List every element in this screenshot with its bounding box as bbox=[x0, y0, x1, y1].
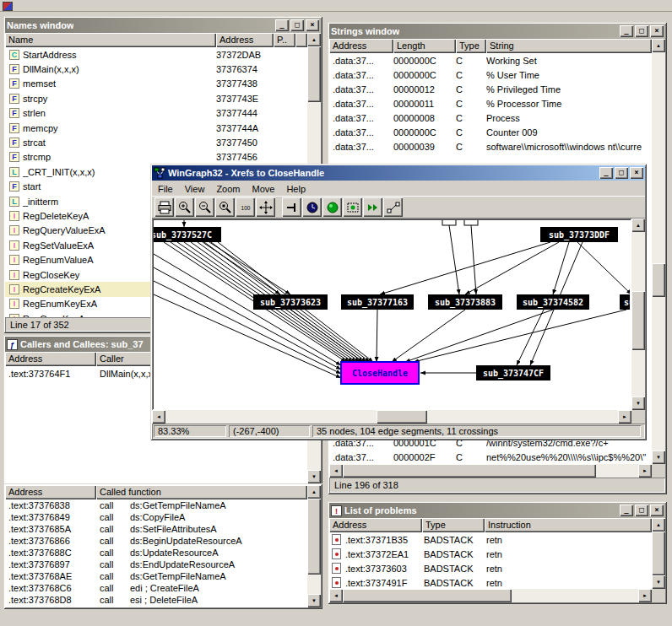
strings-horizontal-scrollbar[interactable]: ◄ ► bbox=[329, 464, 652, 478]
close-button[interactable]: × bbox=[306, 19, 319, 31]
scrollbar-thumb[interactable] bbox=[631, 291, 645, 350]
maximize-button[interactable]: □ bbox=[615, 167, 628, 179]
close-button[interactable]: × bbox=[650, 25, 664, 37]
problem-row[interactable]: .text:3737491FBADSTACKretn bbox=[329, 575, 652, 589]
column-header-type[interactable]: Type bbox=[456, 39, 486, 53]
column-header-public[interactable]: P.. bbox=[274, 33, 295, 47]
scroll-left-button[interactable]: ◄ bbox=[152, 410, 165, 424]
call-row[interactable]: .text:37376897callds:EndUpdateResourceA bbox=[5, 559, 307, 570]
problems-vertical-scrollbar[interactable]: ▲ ▼ bbox=[652, 518, 665, 589]
scroll-left-button[interactable]: ◄ bbox=[329, 464, 343, 478]
scrollbar-track[interactable] bbox=[652, 52, 665, 451]
column-header-address[interactable]: Address bbox=[329, 39, 393, 53]
maximize-button[interactable]: □ bbox=[635, 505, 648, 516]
problems-horizontal-scrollbar[interactable]: ◄ ► bbox=[329, 589, 652, 602]
close-button[interactable]: × bbox=[650, 505, 664, 516]
problem-row[interactable]: .text:37372EA1BADSTACKretn bbox=[329, 547, 652, 561]
scroll-down-button[interactable]: ▼ bbox=[307, 470, 321, 483]
frame-button[interactable] bbox=[343, 197, 362, 217]
call-row[interactable]: .text:3737685Acallds:SetFileAttributesA bbox=[5, 523, 307, 535]
scroll-up-button[interactable]: ▲ bbox=[307, 33, 321, 46]
sphere-button[interactable] bbox=[322, 197, 342, 217]
zoom-in-button[interactable] bbox=[175, 197, 194, 217]
column-header-address[interactable]: Address bbox=[329, 518, 422, 532]
graph-canvas[interactable]: sub_3737527Csub_37373DDFsub_37373623sub_… bbox=[152, 219, 631, 410]
edge-button[interactable] bbox=[383, 197, 403, 217]
align-button[interactable] bbox=[282, 197, 301, 217]
scrollbar-track[interactable] bbox=[343, 464, 638, 478]
call-row[interactable]: .text:37376866callds:BeginUpdateResource… bbox=[5, 535, 307, 547]
menu-file[interactable]: File bbox=[152, 182, 179, 195]
scroll-right-button[interactable]: ► bbox=[638, 589, 652, 602]
names-row[interactable]: Fstrlen37377444 bbox=[5, 106, 307, 121]
strings-titlebar[interactable]: Strings window _ □ × bbox=[329, 24, 665, 39]
scroll-down-button[interactable]: ▼ bbox=[652, 575, 665, 589]
problems-titlebar[interactable]: ! List of problems _ □ × bbox=[329, 503, 665, 518]
menu-view[interactable]: View bbox=[179, 182, 211, 195]
column-header-address[interactable]: Address bbox=[216, 33, 274, 47]
forward-arrows-button[interactable] bbox=[363, 197, 382, 217]
names-row[interactable]: Fmemcpy3737744A bbox=[5, 121, 307, 135]
menu-zoom[interactable]: Zoom bbox=[210, 182, 246, 195]
scrollbar-thumb[interactable] bbox=[652, 263, 665, 297]
scroll-up-button[interactable]: ▲ bbox=[307, 485, 321, 499]
column-header-name[interactable]: Name bbox=[5, 33, 216, 47]
wingraph-titlebar[interactable]: WinGraph32 - Xrefs to CloseHandle _ □ × bbox=[152, 165, 645, 181]
scrollbar-track[interactable] bbox=[307, 499, 321, 594]
scroll-down-button[interactable]: ▼ bbox=[652, 451, 665, 464]
names-row[interactable]: Fstrcat37377450 bbox=[5, 135, 307, 149]
minimize-button[interactable]: _ bbox=[620, 25, 633, 37]
strings-row[interactable]: .data:37...00000008CProcess bbox=[329, 111, 652, 125]
scroll-up-button[interactable]: ▲ bbox=[652, 39, 665, 52]
minimize-button[interactable]: _ bbox=[620, 505, 633, 516]
column-header-address[interactable]: Address bbox=[5, 485, 96, 499]
zoom-100-button[interactable]: 100 bbox=[236, 197, 255, 217]
graph-vertical-scrollbar[interactable]: ▲ ▼ bbox=[631, 219, 645, 410]
scroll-down-button[interactable]: ▼ bbox=[631, 397, 645, 410]
close-button[interactable]: × bbox=[630, 167, 643, 179]
scroll-left-button[interactable]: ◄ bbox=[329, 589, 343, 602]
scrollbar-track[interactable] bbox=[165, 410, 618, 424]
scroll-right-button[interactable]: ► bbox=[618, 410, 631, 424]
scrollbar-track[interactable] bbox=[343, 589, 638, 602]
call-row[interactable]: .text:3737688Ccallds:UpdateResourceA bbox=[5, 547, 307, 559]
scroll-down-button[interactable]: ▼ bbox=[307, 594, 321, 607]
print-button[interactable] bbox=[154, 197, 174, 217]
scrollbar-thumb[interactable] bbox=[343, 589, 512, 602]
scrollbar-track[interactable] bbox=[652, 532, 665, 575]
strings-row[interactable]: .data:37...0000000CCWorking Set bbox=[329, 53, 652, 67]
zoom-out-button[interactable] bbox=[195, 197, 214, 217]
menu-move[interactable]: Move bbox=[247, 182, 281, 195]
column-header-instruction[interactable]: Instruction bbox=[485, 518, 652, 532]
call-row[interactable]: .text:373768C6calledi ; CreateFileA bbox=[5, 582, 307, 594]
strings-row[interactable]: .data:37...0000000CC% User Time bbox=[329, 67, 652, 82]
strings-row[interactable]: .data:37...00000012C% Privileged Time bbox=[329, 82, 652, 96]
scrollbar-thumb[interactable] bbox=[652, 532, 665, 575]
scrollbar-track[interactable] bbox=[631, 232, 645, 397]
column-header-string[interactable]: String bbox=[486, 39, 652, 53]
column-header-called-function[interactable]: Called function bbox=[96, 485, 307, 499]
names-row[interactable]: Fmemset37377438 bbox=[5, 77, 307, 91]
names-row[interactable]: FDllMain(x,x,x)37376374 bbox=[5, 62, 307, 76]
scroll-right-button[interactable]: ► bbox=[638, 464, 652, 478]
column-header-type[interactable]: Type bbox=[422, 518, 485, 532]
strings-vertical-scrollbar[interactable]: ▲ ▼ bbox=[652, 39, 665, 464]
names-titlebar[interactable]: Names window _ □ × bbox=[5, 18, 321, 33]
names-row[interactable]: CStartAddress37372DAB bbox=[5, 47, 307, 62]
call-row[interactable]: .text:37376838callds:GetTempFileNameA bbox=[5, 499, 307, 511]
problem-row[interactable]: .text:37373603BADSTACKretn bbox=[329, 561, 652, 575]
calls-vertical-scrollbar[interactable]: ▲ ▼ bbox=[307, 485, 321, 607]
maximize-button[interactable]: □ bbox=[290, 19, 304, 31]
strings-row[interactable]: .data:37...00000011C% Processor Time bbox=[329, 96, 652, 111]
strings-row[interactable]: .data:37...0000002FCnet%%20use%%20\\\\%s… bbox=[329, 450, 652, 464]
minimize-button[interactable]: _ bbox=[275, 19, 289, 31]
problem-row[interactable]: .text:37371B35BADSTACKretn bbox=[329, 532, 652, 547]
strings-row[interactable]: .data:37...00000039Csoftware\\microsoft\… bbox=[329, 139, 652, 154]
minimize-button[interactable]: _ bbox=[599, 167, 613, 179]
column-header-address[interactable]: Address bbox=[5, 352, 96, 366]
names-row[interactable]: Fstrcmp37377456 bbox=[5, 150, 307, 165]
menu-help[interactable]: Help bbox=[280, 182, 312, 195]
graph-node-partial[interactable] bbox=[442, 220, 456, 225]
names-row[interactable]: Fstrcpy3737743E bbox=[5, 91, 307, 105]
call-row[interactable]: .text:373768D8callesi ; DeleteFileA bbox=[5, 594, 307, 606]
